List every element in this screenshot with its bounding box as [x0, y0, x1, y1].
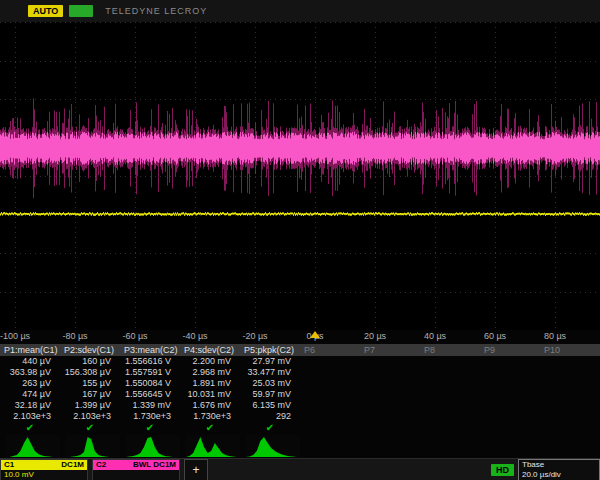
measure-value: 160 µV: [60, 356, 120, 367]
measure-value: 1.399 µV: [60, 400, 120, 411]
time-axis-label: -40 µs: [182, 331, 207, 341]
measure-value: 27.97 mV: [240, 356, 300, 367]
measure-status-check: ✔: [60, 422, 120, 433]
measure-value: 2.103e+3: [60, 411, 120, 422]
histicon: [246, 435, 300, 457]
channel-descriptor-c1[interactable]: C1 DC1M 10.0 mV: [0, 459, 88, 480]
channel-c1-scale: 10.0 mV: [1, 470, 87, 480]
measure-value: [420, 400, 480, 411]
measure-value: 2.200 mV: [180, 356, 240, 367]
measure-value: [480, 400, 540, 411]
measure-status-check: [540, 422, 600, 433]
measure-value: [540, 411, 600, 422]
measure-value: 59.97 mV: [240, 389, 300, 400]
measure-value: 10.031 mV: [180, 389, 240, 400]
measure-value: 25.03 mV: [240, 378, 300, 389]
measure-column-header: P8: [420, 344, 480, 356]
measure-value: [540, 367, 600, 378]
measure-column-header[interactable]: P1:mean(C1): [0, 344, 60, 356]
measure-value: [360, 411, 420, 422]
measure-value: [300, 356, 360, 367]
histicon: [186, 435, 240, 457]
measure-value: [360, 356, 420, 367]
channel-c1-header: C1 DC1M: [1, 460, 87, 470]
measure-value: [480, 378, 540, 389]
measure-value: 33.477 mV: [240, 367, 300, 378]
measure-value: [300, 389, 360, 400]
measure-status-check: ✔: [120, 422, 180, 433]
measure-value: [480, 367, 540, 378]
measure-status-check: [480, 422, 540, 433]
add-trace-button[interactable]: +: [184, 459, 208, 480]
measure-value: 32.18 µV: [0, 400, 60, 411]
measure-value: [540, 400, 600, 411]
measure-value: 1.556616 V: [120, 356, 180, 367]
channel-c2-coupling: BWL DC1M: [133, 460, 176, 470]
measure-value: 2.103e+3: [0, 411, 60, 422]
measure-value: 1.556645 V: [120, 389, 180, 400]
time-axis-label: -100 µs: [0, 331, 30, 341]
measure-column-header[interactable]: P5:pkpk(C2): [240, 344, 300, 356]
measure-value: [420, 378, 480, 389]
timebase-label: Tbase: [522, 460, 596, 470]
channel-c1-id: C1: [4, 460, 14, 470]
time-axis-label: -20 µs: [242, 331, 267, 341]
measure-column-header[interactable]: P4:sdev(C2): [180, 344, 240, 356]
measure-status-check: ✔: [180, 422, 240, 433]
measure-value: 440 µV: [0, 356, 60, 367]
channel-c1-coupling: DC1M: [61, 460, 84, 470]
channel-c2-header: C2 BWL DC1M: [93, 460, 179, 470]
measure-value: [360, 378, 420, 389]
measure-column-header: P6: [300, 344, 360, 356]
measure-value: 1.730e+3: [120, 411, 180, 422]
measure-column-header[interactable]: P2:sdev(C1): [60, 344, 120, 356]
time-axis-label: 20 µs: [364, 331, 386, 341]
measure-value: [300, 400, 360, 411]
time-axis-label: 80 µs: [544, 331, 566, 341]
measure-value: [300, 411, 360, 422]
measure-value: 1.676 mV: [180, 400, 240, 411]
measure-value: 156.308 µV: [60, 367, 120, 378]
channel-c2-scale: [93, 470, 179, 480]
measure-value: [420, 367, 480, 378]
measure-value: [540, 356, 600, 367]
channel-descriptor-c2[interactable]: C2 BWL DC1M: [92, 459, 180, 480]
measure-status-check: ✔: [240, 422, 300, 433]
oscilloscope-screen: AUTO TELEDYNE LECROY -100 µs-80 µs-60 µs…: [0, 0, 600, 480]
measure-value: 2.968 mV: [180, 367, 240, 378]
waveform-grid: [0, 22, 600, 330]
trigger-time-marker[interactable]: [310, 331, 320, 338]
measure-value: 474 µV: [0, 389, 60, 400]
measure-status-check: ✔: [0, 422, 60, 433]
time-axis-label: -60 µs: [122, 331, 147, 341]
timebase-descriptor[interactable]: Tbase 20.0 µs/div: [518, 459, 600, 480]
measure-column-header[interactable]: P3:mean(C2): [120, 344, 180, 356]
measure-value: [420, 356, 480, 367]
measure-value: [480, 356, 540, 367]
top-bar: AUTO TELEDYNE LECROY: [0, 0, 600, 22]
measure-value: [300, 367, 360, 378]
measure-status-check: [360, 422, 420, 433]
measure-value: 1.730e+3: [180, 411, 240, 422]
bottom-bar-spacer: [212, 459, 491, 480]
measure-value: 1.339 mV: [120, 400, 180, 411]
measure-value: [480, 411, 540, 422]
brand-text: TELEDYNE LECROY: [105, 6, 207, 16]
timebase-per-div: 20.0 µs/div: [522, 470, 596, 480]
bottom-bar: C1 DC1M 10.0 mV C2 BWL DC1M + HD Tbase 2…: [0, 458, 600, 480]
histicon: [66, 435, 120, 457]
measure-column-header: P9: [480, 344, 540, 356]
measure-status-check: [300, 422, 360, 433]
measure-status-check: [420, 422, 480, 433]
measure-value: [480, 389, 540, 400]
measure-value: [360, 400, 420, 411]
measure-value: [300, 378, 360, 389]
histicon: [126, 435, 180, 457]
measure-column-header: P10: [540, 344, 600, 356]
time-axis-label: 40 µs: [424, 331, 446, 341]
measure-value: 1.891 mV: [180, 378, 240, 389]
status-indicator: [69, 5, 93, 17]
measure-value: 363.98 µV: [0, 367, 60, 378]
measure-column-header: P7: [360, 344, 420, 356]
measure-value: [420, 411, 480, 422]
